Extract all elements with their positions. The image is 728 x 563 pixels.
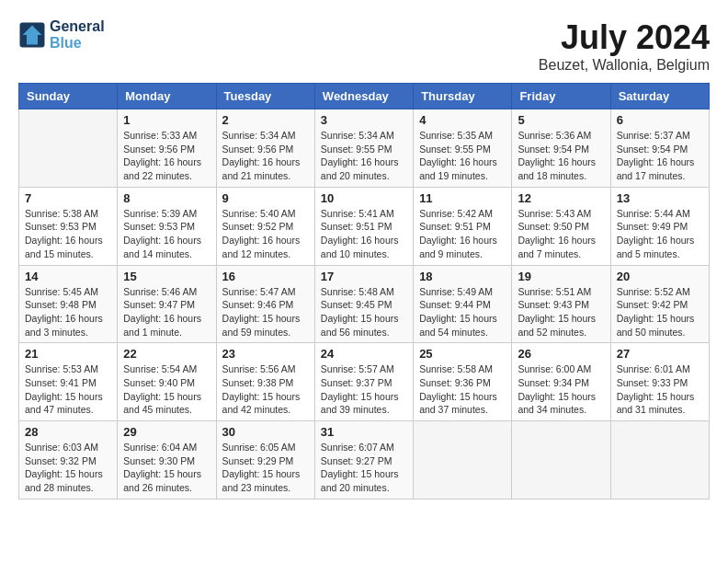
day-info: Sunrise: 5:51 AM Sunset: 9:43 PM Dayligh… (518, 285, 604, 339)
day-number: 9 (222, 191, 309, 205)
calendar-cell: 29Sunrise: 6:04 AM Sunset: 9:30 PM Dayli… (118, 421, 216, 500)
calendar-cell: 27Sunrise: 6:01 AM Sunset: 9:33 PM Dayli… (610, 343, 709, 421)
day-number: 26 (518, 347, 604, 361)
day-number: 30 (222, 425, 309, 439)
logo: General Blue (18, 18, 105, 52)
day-number: 14 (25, 270, 111, 283)
day-info: Sunrise: 6:04 AM Sunset: 9:30 PM Dayligh… (123, 441, 210, 495)
day-number: 25 (419, 347, 506, 361)
calendar-week-1: 1Sunrise: 5:33 AM Sunset: 9:56 PM Daylig… (19, 109, 710, 188)
day-info: Sunrise: 5:54 AM Sunset: 9:40 PM Dayligh… (123, 362, 210, 417)
calendar-cell: 12Sunrise: 5:43 AM Sunset: 9:50 PM Dayli… (512, 187, 610, 265)
calendar-cell: 4Sunrise: 5:35 AM Sunset: 9:55 PM Daylig… (414, 109, 512, 188)
day-number: 18 (419, 270, 506, 283)
calendar-cell (610, 421, 709, 500)
day-info: Sunrise: 5:57 AM Sunset: 9:37 PM Dayligh… (321, 362, 407, 417)
day-number: 6 (617, 113, 703, 127)
logo-icon (18, 21, 46, 49)
calendar-cell: 14Sunrise: 5:45 AM Sunset: 9:48 PM Dayli… (19, 265, 118, 343)
calendar-cell: 11Sunrise: 5:42 AM Sunset: 9:51 PM Dayli… (414, 187, 512, 265)
day-number: 16 (222, 270, 309, 283)
day-number: 24 (321, 347, 407, 361)
calendar-cell: 2Sunrise: 5:34 AM Sunset: 9:56 PM Daylig… (216, 109, 314, 188)
calendar-table: SundayMondayTuesdayWednesdayThursdayFrid… (18, 83, 710, 500)
calendar-week-2: 7Sunrise: 5:38 AM Sunset: 9:53 PM Daylig… (19, 187, 710, 265)
calendar-cell: 26Sunrise: 6:00 AM Sunset: 9:34 PM Dayli… (512, 343, 610, 421)
day-info: Sunrise: 6:07 AM Sunset: 9:27 PM Dayligh… (321, 441, 407, 495)
day-info: Sunrise: 5:56 AM Sunset: 9:38 PM Dayligh… (222, 362, 309, 417)
day-number: 21 (25, 347, 111, 361)
calendar-cell: 22Sunrise: 5:54 AM Sunset: 9:40 PM Dayli… (118, 343, 216, 421)
header-day-saturday: Saturday (610, 84, 709, 109)
day-info: Sunrise: 5:42 AM Sunset: 9:51 PM Dayligh… (419, 207, 506, 261)
calendar-week-5: 28Sunrise: 6:03 AM Sunset: 9:32 PM Dayli… (19, 421, 710, 500)
day-info: Sunrise: 5:58 AM Sunset: 9:36 PM Dayligh… (419, 362, 506, 417)
day-info: Sunrise: 5:34 AM Sunset: 9:55 PM Dayligh… (321, 129, 407, 183)
header-day-tuesday: Tuesday (216, 84, 314, 109)
calendar-cell: 19Sunrise: 5:51 AM Sunset: 9:43 PM Dayli… (512, 265, 610, 343)
day-info: Sunrise: 5:39 AM Sunset: 9:53 PM Dayligh… (123, 207, 210, 261)
month-title: July 2024 (539, 18, 710, 57)
calendar-cell: 13Sunrise: 5:44 AM Sunset: 9:49 PM Dayli… (610, 187, 709, 265)
calendar-cell: 5Sunrise: 5:36 AM Sunset: 9:54 PM Daylig… (512, 109, 610, 188)
calendar-cell: 9Sunrise: 5:40 AM Sunset: 9:52 PM Daylig… (216, 187, 314, 265)
calendar-cell: 21Sunrise: 5:53 AM Sunset: 9:41 PM Dayli… (19, 343, 118, 421)
day-info: Sunrise: 6:01 AM Sunset: 9:33 PM Dayligh… (617, 362, 703, 417)
day-info: Sunrise: 5:46 AM Sunset: 9:47 PM Dayligh… (123, 285, 210, 339)
header-day-sunday: Sunday (19, 84, 118, 109)
day-info: Sunrise: 5:33 AM Sunset: 9:56 PM Dayligh… (123, 129, 210, 183)
day-number: 27 (617, 347, 703, 361)
calendar-cell: 31Sunrise: 6:07 AM Sunset: 9:27 PM Dayli… (314, 421, 413, 500)
calendar-cell (414, 421, 512, 500)
calendar-header: SundayMondayTuesdayWednesdayThursdayFrid… (19, 84, 710, 109)
day-number: 3 (321, 113, 407, 127)
calendar-cell: 16Sunrise: 5:47 AM Sunset: 9:46 PM Dayli… (216, 265, 314, 343)
calendar-week-4: 21Sunrise: 5:53 AM Sunset: 9:41 PM Dayli… (19, 343, 710, 421)
day-info: Sunrise: 5:43 AM Sunset: 9:50 PM Dayligh… (518, 207, 604, 261)
day-number: 1 (123, 113, 210, 127)
day-info: Sunrise: 5:36 AM Sunset: 9:54 PM Dayligh… (518, 129, 604, 183)
calendar-cell: 7Sunrise: 5:38 AM Sunset: 9:53 PM Daylig… (19, 187, 118, 265)
day-info: Sunrise: 5:52 AM Sunset: 9:42 PM Dayligh… (617, 285, 703, 339)
day-number: 15 (123, 270, 210, 283)
calendar-cell: 20Sunrise: 5:52 AM Sunset: 9:42 PM Dayli… (610, 265, 709, 343)
day-number: 20 (617, 270, 703, 283)
calendar-cell: 23Sunrise: 5:56 AM Sunset: 9:38 PM Dayli… (216, 343, 314, 421)
day-number: 17 (321, 270, 407, 283)
calendar-cell (19, 109, 118, 188)
calendar-cell: 10Sunrise: 5:41 AM Sunset: 9:51 PM Dayli… (314, 187, 413, 265)
calendar-cell: 3Sunrise: 5:34 AM Sunset: 9:55 PM Daylig… (314, 109, 413, 188)
day-number: 22 (123, 347, 210, 361)
header-day-wednesday: Wednesday (314, 84, 413, 109)
day-number: 2 (222, 113, 309, 127)
header-day-thursday: Thursday (414, 84, 512, 109)
day-info: Sunrise: 6:00 AM Sunset: 9:34 PM Dayligh… (518, 362, 604, 417)
day-info: Sunrise: 5:47 AM Sunset: 9:46 PM Dayligh… (222, 285, 309, 339)
day-number: 29 (123, 425, 210, 439)
calendar-cell: 6Sunrise: 5:37 AM Sunset: 9:54 PM Daylig… (610, 109, 709, 188)
day-number: 31 (321, 425, 407, 439)
calendar-cell: 18Sunrise: 5:49 AM Sunset: 9:44 PM Dayli… (414, 265, 512, 343)
location-subtitle: Beuzet, Wallonia, Belgium (539, 57, 710, 74)
day-info: Sunrise: 5:37 AM Sunset: 9:54 PM Dayligh… (617, 129, 703, 183)
day-number: 11 (419, 191, 506, 205)
header-day-monday: Monday (118, 84, 216, 109)
day-info: Sunrise: 5:40 AM Sunset: 9:52 PM Dayligh… (222, 207, 309, 261)
day-info: Sunrise: 6:03 AM Sunset: 9:32 PM Dayligh… (25, 441, 111, 495)
day-info: Sunrise: 6:05 AM Sunset: 9:29 PM Dayligh… (222, 441, 309, 495)
calendar-cell (512, 421, 610, 500)
day-info: Sunrise: 5:41 AM Sunset: 9:51 PM Dayligh… (321, 207, 407, 261)
day-number: 13 (617, 191, 703, 205)
day-info: Sunrise: 5:49 AM Sunset: 9:44 PM Dayligh… (419, 285, 506, 339)
logo-text-line1: General (50, 18, 105, 35)
calendar-cell: 15Sunrise: 5:46 AM Sunset: 9:47 PM Dayli… (118, 265, 216, 343)
day-number: 23 (222, 347, 309, 361)
day-info: Sunrise: 5:38 AM Sunset: 9:53 PM Dayligh… (25, 207, 111, 261)
day-info: Sunrise: 5:44 AM Sunset: 9:49 PM Dayligh… (617, 207, 703, 261)
calendar-cell: 24Sunrise: 5:57 AM Sunset: 9:37 PM Dayli… (314, 343, 413, 421)
day-number: 4 (419, 113, 506, 127)
day-number: 10 (321, 191, 407, 205)
header-day-friday: Friday (512, 84, 610, 109)
day-info: Sunrise: 5:34 AM Sunset: 9:56 PM Dayligh… (222, 129, 309, 183)
logo-text-line2: Blue (50, 35, 105, 52)
